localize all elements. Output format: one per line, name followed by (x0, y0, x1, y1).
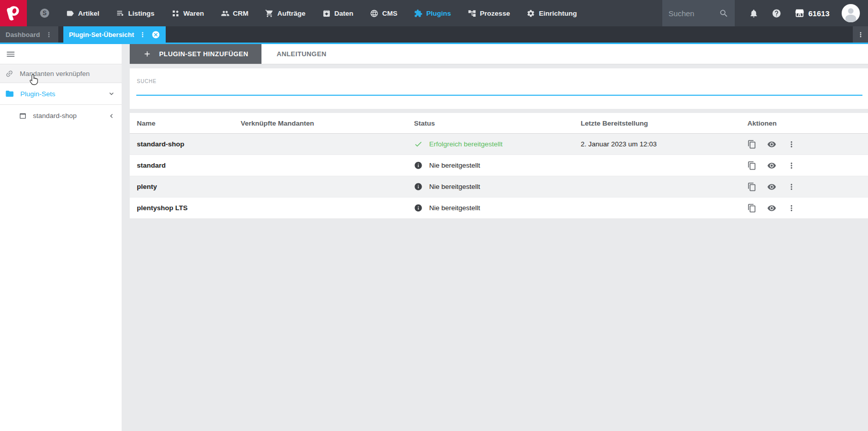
preview-button[interactable] (767, 182, 776, 191)
preview-button[interactable] (767, 161, 776, 170)
table-row[interactable]: standard-shop Erfolgreich bereitgestellt… (130, 134, 868, 155)
eye-icon (767, 161, 776, 170)
nav-label: Daten (334, 10, 354, 17)
sidebar: Mandanten verknüpfen Plugin-Sets standar… (0, 44, 122, 431)
tab-bar: Dashboard Plugin-Set-Übersicht (0, 26, 868, 44)
global-search[interactable] (662, 0, 735, 26)
chevron-left-icon[interactable] (107, 112, 116, 120)
copy-button[interactable] (747, 182, 757, 191)
tab-dashboard[interactable]: Dashboard (0, 26, 58, 43)
row-menu-button[interactable] (787, 161, 796, 170)
close-icon[interactable] (152, 30, 160, 39)
row-menu-button[interactable] (787, 182, 796, 191)
search-icon[interactable] (719, 9, 729, 18)
status-badge: Nie bereitgestellt (414, 204, 581, 212)
plugin-set-search-input[interactable] (136, 84, 862, 96)
nav-label: Prozesse (480, 10, 510, 17)
plugin-set-table: Name Verknüpfte Mandanten Status Letzte … (130, 113, 868, 219)
column-header-status: Status (414, 120, 581, 127)
eye-icon (767, 182, 776, 191)
notifications-button[interactable] (749, 9, 759, 18)
plugin-set-name: standard (137, 162, 241, 169)
top-navbar: S Artikel Listings Waren CRM Aufträge Da… (0, 0, 868, 26)
table-row[interactable]: standard Nie bereitgestellt (130, 155, 868, 176)
plugin-set-search-card: SUCHE (130, 68, 868, 109)
tab-plugin-set-uebersicht[interactable]: Plugin-Set-Übersicht (63, 26, 166, 43)
help-button[interactable] (772, 9, 781, 18)
toolbar: PLUGIN-SET HINZUFÜGEN ANLEITUNGEN (130, 44, 868, 64)
copy-button[interactable] (747, 204, 757, 213)
column-header-letzte-bereitstellung: Letzte Bereitstellung (581, 120, 740, 127)
row-actions (740, 161, 868, 170)
tag-icon (66, 9, 74, 18)
anleitungen-button[interactable]: ANLEITUNGEN (261, 44, 342, 64)
copy-icon (747, 204, 757, 213)
plugin-set-name: plentyshop LTS (137, 204, 241, 212)
nav-item-plugins[interactable]: Plugins (414, 9, 451, 18)
archive-icon (322, 9, 331, 18)
chevron-down-icon[interactable] (107, 90, 116, 98)
table-body: standard-shop Erfolgreich bereitgestellt… (130, 134, 868, 219)
column-header-name: Name (137, 120, 241, 127)
user-avatar[interactable] (842, 4, 860, 22)
tab-menu-icon[interactable] (45, 31, 53, 38)
currency-icon[interactable]: S (40, 9, 49, 18)
copy-icon (747, 182, 757, 191)
person-icon (842, 4, 860, 22)
table-row[interactable]: plentyshop LTS Nie bereitgestellt (130, 198, 868, 219)
sidebar-item-plugin-sets[interactable]: Plugin-Sets (0, 83, 122, 105)
nav-label: Artikel (78, 10, 99, 17)
kebab-icon (787, 204, 796, 213)
row-menu-button[interactable] (787, 204, 796, 213)
nav-item-cms[interactable]: CMS (370, 9, 397, 18)
sidebar-toggle-button[interactable] (0, 44, 122, 64)
preview-button[interactable] (767, 140, 776, 149)
people-icon (221, 9, 230, 18)
nav-item-auftraege[interactable]: Aufträge (265, 9, 306, 18)
tab-menu-icon[interactable] (139, 31, 146, 38)
global-search-input[interactable] (668, 9, 715, 18)
list-icon (116, 9, 125, 18)
plentymarkets-logo[interactable] (0, 0, 27, 26)
folder-icon (5, 89, 14, 98)
add-plugin-set-button[interactable]: PLUGIN-SET HINZUFÜGEN (130, 44, 261, 64)
help-icon (772, 9, 781, 18)
copy-button[interactable] (747, 140, 757, 149)
sidebar-item-mandanten-verknuepfen[interactable]: Mandanten verknüpfen (0, 64, 122, 83)
copy-icon (747, 161, 757, 170)
nav-label: CMS (382, 10, 397, 17)
tab-label: Plugin-Set-Übersicht (69, 31, 134, 38)
nav-label: Aufträge (277, 10, 306, 17)
copy-button[interactable] (747, 161, 757, 170)
main-menu: S Artikel Listings Waren CRM Aufträge Da… (40, 9, 577, 18)
tab-overflow-menu[interactable] (853, 26, 868, 43)
navbar-right: 61613 (662, 0, 868, 26)
table-row[interactable]: plenty Nie bereitgestellt (130, 176, 868, 198)
plus-icon (143, 50, 152, 58)
sidebar-item-standard-shop[interactable]: standard-shop (0, 105, 122, 127)
nav-item-listings[interactable]: Listings (116, 9, 155, 18)
info-icon (414, 204, 423, 212)
nav-item-einrichtung[interactable]: Einrichtung (526, 9, 577, 18)
preview-button[interactable] (767, 204, 776, 213)
system-id-button[interactable]: 61613 (795, 8, 829, 18)
check-icon (414, 140, 423, 148)
column-header-mandanten: Verknüpfte Mandanten (241, 120, 414, 127)
tab-label: Dashboard (6, 31, 40, 38)
nav-item-artikel[interactable]: Artikel (66, 9, 99, 18)
nav-item-prozesse[interactable]: Prozesse (468, 9, 510, 18)
link-icon (3, 67, 15, 80)
nav-item-crm[interactable]: CRM (221, 9, 249, 18)
nav-item-waren[interactable]: Waren (171, 9, 204, 18)
info-icon (414, 161, 423, 170)
sidebar-item-label: Plugin-Sets (20, 90, 55, 98)
logo-p-glyph (7, 6, 21, 21)
row-menu-button[interactable] (787, 140, 796, 149)
shop-icon (795, 8, 805, 18)
sidebar-item-label: Mandanten verknüpfen (20, 70, 90, 77)
status-text: Nie bereitgestellt (429, 183, 480, 190)
packages-icon (171, 9, 180, 18)
nav-item-daten[interactable]: Daten (322, 9, 354, 18)
plentymarkets-backoffice: { "navbar": { "currency_badge": "S", "it… (0, 0, 868, 431)
web-asset-icon (19, 112, 27, 120)
